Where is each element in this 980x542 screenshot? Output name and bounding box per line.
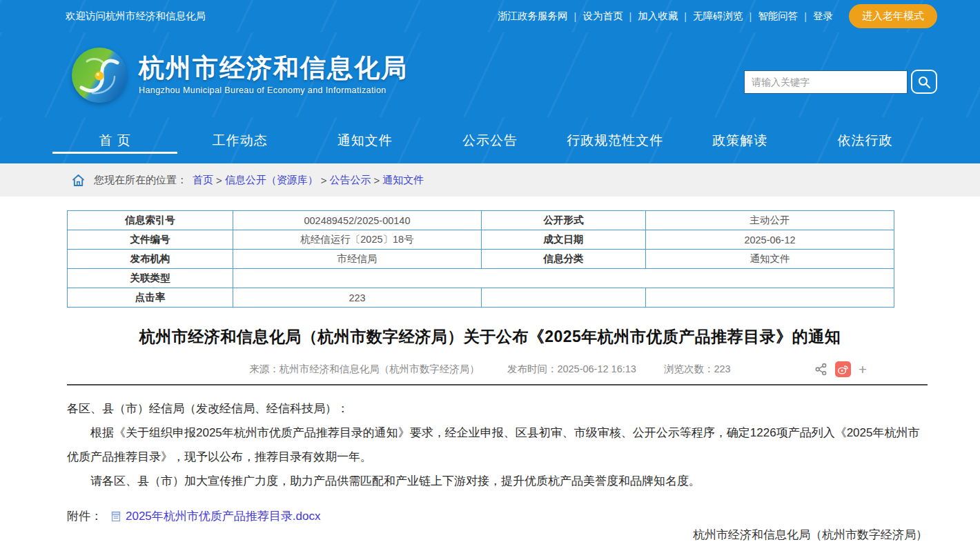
cell-issuer-value: 市经信局 — [233, 250, 482, 269]
cell-category-label: 信息分类 — [482, 250, 646, 269]
breadcrumb-home[interactable]: 首页 — [193, 174, 213, 187]
attachment-row: 附件： 2025年杭州市优质产品推荐目录.docx — [67, 508, 928, 524]
cell-relation-type-value — [233, 269, 894, 288]
link-smart-qa[interactable]: 智能问答 — [752, 10, 804, 23]
more-share-icon[interactable]: + — [859, 362, 867, 377]
top-bar: 欢迎访问杭州市经济和信息化局 浙江政务服务网 | 设为首页 | 加入收藏 | 无… — [0, 0, 980, 32]
cell-doc-number-value: 杭经信运行〔2025〕18号 — [233, 230, 482, 250]
main-content: 信息索引号 002489452/2025-00140 公开形式 主动公开 文件编… — [52, 197, 928, 542]
meta-source: 来源：杭州市经济和信息化局（杭州市数字经济局） — [249, 363, 480, 374]
info-table: 信息索引号 002489452/2025-00140 公开形式 主动公开 文件编… — [67, 210, 894, 308]
table-row: 信息索引号 002489452/2025-00140 公开形式 主动公开 — [68, 211, 894, 230]
cell-empty — [646, 288, 894, 308]
cell-issuer-label: 发布机构 — [68, 250, 233, 269]
cell-index-label: 信息索引号 — [68, 211, 233, 230]
site-header: 杭州市经济和信息化局 Hangzhou Municipal Bureau of … — [0, 32, 980, 117]
nav-notice-files[interactable]: 通知文件 — [302, 117, 427, 163]
link-add-favorite[interactable]: 加入收藏 — [631, 10, 684, 23]
separator: > — [374, 174, 380, 186]
nav-law-based-administration[interactable]: 依法行政 — [803, 117, 928, 163]
elder-mode-button[interactable]: 进入老年模式 — [849, 4, 937, 28]
divider — [67, 384, 928, 385]
cell-date-value: 2025-06-12 — [646, 230, 894, 250]
attachment-link[interactable]: 2025年杭州市优质产品推荐目录.docx — [126, 508, 320, 524]
site-title: 杭州市经济和信息化局 Hangzhou Municipal Bureau of … — [139, 54, 408, 96]
paragraph: 各区、县（市）经信局（发改经信局、经信科技局）： — [67, 397, 928, 421]
site-name: 杭州市经济和信息化局 — [139, 54, 408, 83]
nav-policy-interpretation[interactable]: 政策解读 — [678, 117, 803, 163]
main-nav: 首 页 工作动态 通知文件 公示公告 行政规范性文件 政策解读 依法行政 — [0, 117, 980, 163]
cell-clicks-label: 点击率 — [68, 288, 233, 308]
link-login[interactable]: 登录 — [807, 10, 839, 23]
cell-empty — [482, 288, 646, 308]
meta-publish-time: 发布时间：2025-06-12 16:13 — [507, 363, 636, 374]
link-zhejiang-gov[interactable]: 浙江政务服务网 — [491, 10, 574, 23]
share-tools: + — [814, 361, 867, 377]
separator: | — [804, 11, 807, 22]
table-row: 点击率 223 — [68, 288, 894, 308]
separator: | — [629, 11, 631, 22]
breadcrumb-label: 您现在所在的位置： — [94, 174, 187, 187]
site-logo — [72, 48, 127, 103]
search-button[interactable] — [911, 70, 937, 94]
cell-doc-number-label: 文件编号 — [68, 230, 233, 250]
separator: | — [749, 11, 752, 22]
breadcrumb: 您现在所在的位置： 首页 > 信息公开（资源库） > 公告公示 > 通知文件 — [52, 173, 928, 188]
breadcrumb-announcements[interactable]: 公告公示 — [330, 174, 371, 187]
cell-open-form-value: 主动公开 — [646, 211, 894, 230]
paragraph: 请各区、县（市）加大宣传推广力度，助力产品供需匹配和产业链上下游对接，提升优质杭… — [67, 469, 928, 493]
separator: > — [321, 174, 327, 186]
weibo-icon[interactable] — [835, 361, 851, 377]
welcome-text: 欢迎访问杭州市经济和信息化局 — [66, 10, 206, 23]
link-set-homepage[interactable]: 设为首页 — [576, 10, 629, 23]
page-title: 杭州市经济和信息化局（杭州市数字经济局）关于公布《2025年杭州市优质产品推荐目… — [52, 326, 928, 348]
cell-date-label: 成文日期 — [482, 230, 646, 250]
separator: > — [216, 174, 222, 186]
share-icon[interactable] — [814, 363, 827, 376]
paragraph: 根据《关于组织申报2025年杭州市优质产品推荐目录的通知》要求，经企业申报、区县… — [67, 421, 928, 469]
cell-relation-type-label: 关联类型 — [68, 269, 233, 288]
table-row: 发布机构 市经信局 信息分类 通知文件 — [68, 250, 894, 269]
nav-home[interactable]: 首 页 — [52, 117, 177, 163]
article-meta: 来源：杭州市经济和信息化局（杭州市数字经济局） 发布时间：2025-06-12 … — [52, 361, 928, 377]
table-row: 文件编号 杭经信运行〔2025〕18号 成文日期 2025-06-12 — [68, 230, 894, 250]
home-icon[interactable] — [71, 173, 86, 188]
nav-public-announcements[interactable]: 公示公告 — [427, 117, 552, 163]
nav-normative-documents[interactable]: 行政规范性文件 — [553, 117, 678, 163]
article-body: 各区、县（市）经信局（发改经信局、经信科技局）： 根据《关于组织申报2025年杭… — [67, 397, 928, 493]
search-box — [744, 70, 937, 94]
link-accessibility[interactable]: 无障碍浏览 — [687, 10, 749, 23]
doc-file-icon — [110, 511, 121, 522]
separator: | — [684, 11, 687, 22]
nav-work-news[interactable]: 工作动态 — [177, 117, 302, 163]
separator: | — [574, 11, 577, 22]
table-row: 关联类型 — [68, 269, 894, 288]
search-icon — [917, 75, 931, 89]
breadcrumb-notice-files[interactable]: 通知文件 — [382, 174, 424, 187]
cell-index-value: 002489452/2025-00140 — [233, 211, 482, 230]
meta-views: 浏览次数：223 — [664, 363, 731, 374]
site-name-en: Hangzhou Municipal Bureau of Economy and… — [139, 86, 408, 95]
attachment-label: 附件： — [67, 508, 102, 524]
breadcrumb-info-disclosure[interactable]: 信息公开（资源库） — [225, 174, 318, 187]
search-input[interactable] — [744, 70, 908, 94]
breadcrumb-bar: 您现在所在的位置： 首页 > 信息公开（资源库） > 公告公示 > 通知文件 — [0, 163, 980, 197]
cell-open-form-label: 公开形式 — [482, 211, 646, 230]
top-links: 浙江政务服务网 | 设为首页 | 加入收藏 | 无障碍浏览 | 智能问答 | 登… — [491, 4, 937, 28]
signature: 杭州市经济和信息化局（杭州市数字经济局） — [52, 527, 928, 542]
cell-clicks-value: 223 — [233, 288, 482, 308]
cell-category-value: 通知文件 — [646, 250, 894, 269]
